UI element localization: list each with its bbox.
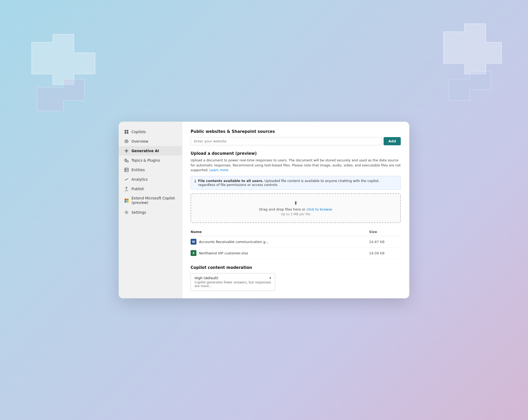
browse-link[interactable]: click to browse	[307, 207, 332, 211]
svg-rect-6	[125, 168, 128, 172]
drop-zone-subtext: Up to 3 MB per file	[197, 212, 394, 216]
sidebar-item-entities[interactable]: Entities	[119, 165, 182, 175]
svg-rect-14	[127, 201, 129, 203]
sidebar-item-overview[interactable]: Overview	[119, 137, 182, 146]
svg-rect-3	[127, 132, 128, 134]
moderation-dropdown-sublabel: Copilot generates fewer answers, but res…	[195, 281, 271, 288]
sidebar-item-publish[interactable]: Publish	[119, 184, 182, 194]
info-icon: ℹ	[195, 179, 196, 183]
website-url-input[interactable]	[191, 137, 381, 145]
excel-file-icon: X	[191, 250, 196, 256]
sidebar-item-generative-ai-label: Generative AI	[131, 149, 159, 153]
sidebar-item-analytics-label: Analytics	[131, 177, 148, 181]
file-name-cell: X Northwind VIP customer.xlsx	[191, 250, 369, 256]
sparkle-icon	[124, 148, 129, 153]
svg-rect-1	[127, 130, 128, 132]
main-window: Copilots Overview Generative AI	[119, 122, 409, 298]
sidebar-item-extend-label: Extend Microsoft Copilot (preview)	[131, 196, 177, 205]
sidebar-item-settings-label: Settings	[131, 210, 146, 214]
upload-section-title: Upload a document (preview)	[191, 151, 401, 156]
sidebar-item-entities-label: Entities	[131, 168, 145, 172]
svg-rect-12	[127, 199, 129, 200]
file-table-name-header: Name	[191, 228, 369, 236]
upload-arrow-icon: ⬆	[197, 200, 394, 206]
file-table: Name Size W Accounts Receivable communic…	[191, 228, 401, 259]
puzzle-icon	[124, 158, 129, 163]
file-drop-zone[interactable]: ⬆ Drag and drop files here or click to b…	[191, 193, 401, 223]
sidebar-item-copilots-label: Copilots	[131, 130, 146, 134]
file-table-size-header: Size	[369, 228, 401, 236]
moderation-dropdown[interactable]: High (default) ▾ Copilot generates fewer…	[191, 273, 275, 291]
url-input-row: Add	[191, 137, 401, 145]
gear-icon	[124, 210, 129, 215]
table-icon	[124, 167, 129, 172]
svg-point-4	[126, 141, 127, 142]
microsoft-icon	[124, 198, 129, 203]
sidebar-item-topics-plugins[interactable]: Topics & Plugins	[119, 156, 182, 165]
public-websites-title: Public websites & Sharepoint sources	[191, 129, 401, 134]
bg-decoration-left	[21, 26, 106, 132]
eye-icon	[124, 139, 129, 144]
moderation-title: Copilot content moderation	[191, 265, 401, 270]
sidebar: Copilots Overview Generative AI	[119, 122, 182, 298]
bg-decoration-right	[438, 21, 512, 122]
info-banner: ℹ File contents available to all users. …	[191, 176, 401, 190]
sidebar-item-analytics[interactable]: Analytics	[119, 175, 182, 184]
sidebar-item-extend-microsoft[interactable]: Extend Microsoft Copilot (preview)	[119, 194, 182, 208]
file-name-2: Northwind VIP customer.xlsx	[199, 251, 248, 255]
sidebar-item-settings[interactable]: Settings	[119, 208, 182, 217]
file-name-1: Accounts Receivable communication g...	[199, 240, 269, 244]
file-name-cell: W Accounts Receivable communication g...	[191, 239, 369, 245]
chart-icon	[124, 177, 129, 182]
upload-description: Upload a document to power real-time res…	[191, 158, 401, 173]
drop-zone-text: Drag and drop files here or click to bro…	[197, 207, 394, 211]
sidebar-item-generative-ai[interactable]: Generative AI	[119, 146, 182, 156]
svg-rect-11	[125, 199, 126, 200]
upload-icon	[124, 186, 129, 191]
sidebar-item-topics-plugins-label: Topics & Plugins	[131, 158, 160, 162]
add-website-button[interactable]: Add	[384, 137, 401, 145]
svg-rect-13	[125, 201, 126, 203]
table-row: W Accounts Receivable communication g...…	[191, 236, 401, 248]
file-size-1: 24.87 KB	[369, 236, 401, 248]
svg-rect-2	[125, 132, 126, 134]
table-row: X Northwind VIP customer.xlsx 18.09 KB	[191, 248, 401, 259]
main-content-area: Public websites & Sharepoint sources Add…	[182, 122, 409, 298]
chevron-down-icon: ▾	[269, 276, 271, 280]
svg-rect-0	[125, 130, 126, 132]
sidebar-item-overview-label: Overview	[131, 139, 148, 143]
svg-point-15	[126, 212, 127, 213]
info-banner-text: File contents available to all users. Up…	[198, 179, 397, 187]
file-size-2: 18.09 KB	[369, 248, 401, 259]
grid-icon	[124, 129, 129, 134]
moderation-dropdown-label: High (default) ▾	[195, 276, 271, 280]
sidebar-item-copilots[interactable]: Copilots	[119, 127, 182, 137]
word-file-icon: W	[191, 239, 196, 245]
sidebar-item-publish-label: Publish	[131, 187, 144, 191]
learn-more-link[interactable]: Learn more	[210, 168, 228, 172]
